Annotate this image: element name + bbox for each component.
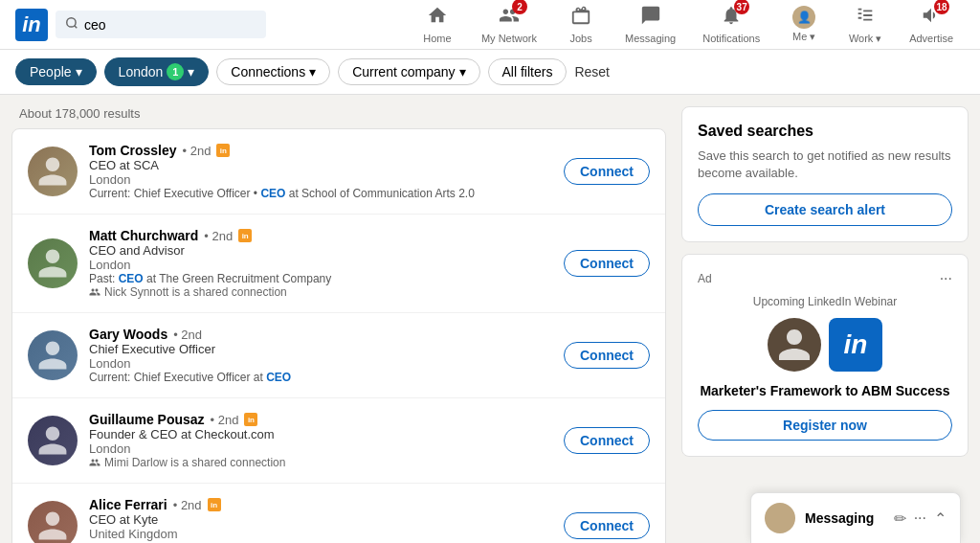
london-chevron-icon: ▾	[188, 64, 194, 79]
notifications-icon: 37	[721, 5, 742, 31]
person-info: Matt Churchward • 2nd in CEO and Advisor…	[89, 228, 552, 299]
table-row: Gary Woods • 2nd Chief Executive Officer…	[12, 313, 665, 398]
current-company-filter-label: Current company	[352, 64, 455, 79]
ad-options-button[interactable]: ···	[940, 270, 952, 287]
connections-chevron-icon: ▾	[309, 64, 316, 79]
home-icon	[427, 5, 448, 31]
avatar	[28, 416, 78, 465]
messaging-avatar	[765, 503, 795, 533]
ad-header: Ad ···	[698, 270, 952, 287]
header: in Home 2 My Network Jobs	[0, 0, 980, 50]
search-bar	[56, 11, 266, 38]
degree-badge: • 2nd	[211, 413, 239, 427]
ad-person-avatar	[768, 318, 821, 372]
ad-title: Marketer's Framework to ABM Success	[698, 383, 952, 398]
connect-button[interactable]: Connect	[564, 250, 650, 277]
person-location: London	[89, 356, 552, 371]
london-filter-label: London	[119, 64, 164, 79]
table-row: Matt Churchward • 2nd in CEO and Advisor…	[12, 215, 665, 313]
advertise-icon: 18	[921, 5, 942, 31]
expand-icon[interactable]: ⌃	[934, 509, 947, 528]
people-chevron-icon: ▾	[76, 64, 82, 79]
person-name-row: Matt Churchward • 2nd in	[89, 228, 552, 243]
avatar	[28, 238, 78, 288]
svg-line-1	[75, 26, 78, 29]
results-count: About 178,000 results	[11, 106, 666, 128]
work-icon	[855, 5, 876, 31]
search-icon	[65, 16, 78, 33]
person-name-row: Alice Ferrari • 2nd in	[89, 497, 552, 512]
work-label: Work ▾	[849, 33, 882, 45]
person-name: Matt Churchward	[89, 228, 198, 243]
right-column: Saved searches Save this search to get n…	[681, 106, 969, 543]
degree-badge: • 2nd	[173, 498, 202, 512]
person-name: Alice Ferrari	[89, 497, 167, 512]
create-search-alert-button[interactable]: Create search alert	[698, 193, 952, 226]
person-detail: Current: Chief Executive Officer at CEO	[89, 371, 552, 384]
avatar	[28, 147, 78, 196]
reset-label: Reset	[574, 64, 610, 79]
reset-button[interactable]: Reset	[574, 64, 610, 79]
notifications-badge: 37	[734, 0, 749, 14]
table-row: Tom Crossley • 2nd in CEO at SCA London …	[12, 129, 665, 215]
connections-filter-button[interactable]: Connections ▾	[216, 58, 330, 85]
connect-button[interactable]: Connect	[564, 512, 650, 539]
people-filter-label: People	[30, 64, 72, 79]
avatar	[28, 330, 78, 380]
register-now-button[interactable]: Register now	[698, 410, 952, 441]
ad-label: Ad	[698, 272, 712, 285]
logo-letter: in	[22, 12, 41, 37]
person-info: Alice Ferrari • 2nd in CEO at Kyte Unite…	[89, 497, 552, 543]
all-filters-label: All filters	[502, 64, 553, 79]
nav-jobs[interactable]: Jobs	[552, 0, 610, 50]
results-count-text: About 178,000 results	[19, 106, 140, 121]
ad-linkedin-logo: in	[829, 318, 882, 372]
nav-my-network[interactable]: 2 My Network	[470, 0, 548, 50]
person-title: Founder & CEO at Checkout.com	[89, 427, 552, 441]
linkedin-badge: in	[244, 413, 257, 426]
avatar	[28, 501, 78, 543]
jobs-label: Jobs	[569, 33, 591, 44]
connect-button[interactable]: Connect	[564, 158, 650, 185]
person-detail: Current: Chief Executive Officer • CEO a…	[89, 187, 552, 200]
linkedin-badge: in	[238, 229, 252, 242]
table-row: Guillaume Pousaz • 2nd in Founder & CEO …	[12, 398, 665, 484]
nav-me[interactable]: 👤 Me ▾	[775, 0, 833, 49]
results-card: Tom Crossley • 2nd in CEO at SCA London …	[11, 128, 666, 543]
nav-advertise[interactable]: 18 Advertise	[898, 0, 965, 50]
person-location: United Kingdom	[89, 527, 552, 541]
advertise-label: Advertise	[909, 33, 953, 44]
all-filters-button[interactable]: All filters	[488, 58, 568, 85]
nav-notifications[interactable]: 37 Notifications	[691, 0, 771, 50]
person-name: Tom Crossley	[89, 143, 177, 158]
main-nav: Home 2 My Network Jobs Messaging 37	[409, 0, 965, 51]
notifications-label: Notifications	[702, 33, 760, 44]
connect-button[interactable]: Connect	[564, 427, 650, 454]
person-name-row: Tom Crossley • 2nd in	[89, 143, 552, 158]
person-name: Gary Woods	[89, 327, 167, 342]
jobs-icon	[570, 5, 591, 31]
person-detail: Past: CEO at The Green Recruitment Compa…	[89, 272, 552, 285]
search-input[interactable]	[84, 17, 256, 33]
connect-button[interactable]: Connect	[564, 342, 650, 369]
person-title: CEO at Kyte	[89, 512, 552, 527]
degree-badge: • 2nd	[183, 144, 212, 158]
messaging-actions: ✏ ··· ⌃	[894, 509, 947, 528]
current-company-filter-button[interactable]: Current company ▾	[338, 58, 479, 85]
messaging-bubble[interactable]: Messaging ✏ ··· ⌃	[750, 492, 961, 543]
messaging-label: Messaging	[625, 33, 676, 44]
person-name: Guillaume Pousaz	[89, 412, 205, 427]
nav-home[interactable]: Home	[409, 0, 466, 50]
nav-messaging[interactable]: Messaging	[613, 0, 687, 50]
person-info: Tom Crossley • 2nd in CEO at SCA London …	[89, 143, 552, 200]
me-label: Me ▾	[792, 31, 815, 43]
london-filter-button[interactable]: London 1 ▾	[104, 57, 210, 86]
nav-work[interactable]: Work ▾	[836, 0, 894, 51]
compose-icon[interactable]: ✏	[894, 509, 906, 528]
people-filter-button[interactable]: People ▾	[15, 58, 97, 85]
network-badge: 2	[512, 0, 527, 14]
person-title: CEO and Advisor	[89, 243, 552, 258]
ellipsis-icon[interactable]: ···	[914, 509, 926, 527]
linkedin-badge: in	[208, 498, 221, 511]
linkedin-logo[interactable]: in	[15, 9, 48, 41]
